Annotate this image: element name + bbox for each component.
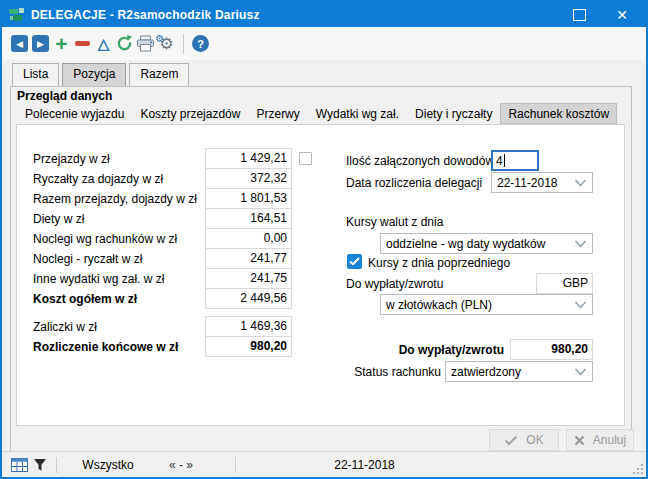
statusbar-date: 22-11-2018 bbox=[302, 458, 427, 472]
help-button[interactable]: ? bbox=[190, 32, 211, 56]
attachments-count-input[interactable]: 4 bbox=[491, 150, 539, 171]
payout-total-field: 980,20 bbox=[510, 339, 593, 360]
cost-value-field: 2 449,56 bbox=[205, 288, 292, 309]
chevron-down-icon bbox=[574, 240, 587, 248]
account-status-label: Status rachunku bbox=[319, 365, 441, 379]
edit-record-button[interactable]: △ bbox=[93, 32, 114, 56]
cost-row: Inne wydatki wg zał. w zł 241,75 bbox=[33, 268, 312, 289]
previous-record-button[interactable]: ◀ bbox=[9, 32, 30, 56]
subtab-polecenie-wyjazdu[interactable]: Polecenie wyjazdu bbox=[17, 103, 132, 124]
checkmark-icon bbox=[349, 257, 360, 266]
toolbar: ◀ ▶ + △ ⚙⚙ ? bbox=[2, 27, 646, 60]
subtab-przerwy[interactable]: Przerwy bbox=[248, 103, 307, 124]
subtab-diety-i-ryczalty[interactable]: Diety i ryczałty bbox=[407, 103, 500, 124]
chevron-down-icon bbox=[574, 301, 587, 309]
payout-label: Do wypłaty/zwrotu bbox=[346, 277, 443, 291]
filter-button[interactable] bbox=[30, 453, 50, 477]
ok-button-label: OK bbox=[526, 433, 543, 447]
status-bar: Wszystko « - » 22-11-2018 bbox=[2, 451, 646, 477]
sub-tabs: Polecenie wyjazdu Koszty przejazdów Prze… bbox=[17, 103, 617, 124]
chevron-down-icon bbox=[574, 368, 587, 376]
next-record-button[interactable]: ▶ bbox=[30, 32, 51, 56]
print-button[interactable] bbox=[135, 32, 156, 56]
account-status-value: zatwierdzony bbox=[451, 365, 521, 379]
settings-button[interactable]: ⚙⚙ bbox=[156, 32, 177, 56]
previous-icon: ◀ bbox=[11, 35, 28, 52]
cost-label: Diety w zł bbox=[33, 212, 205, 226]
delete-record-button[interactable] bbox=[72, 32, 93, 56]
small-gear-icon: ⚙ bbox=[155, 31, 164, 47]
window-title: DELEGACJE - R2samochodzik Dariusz bbox=[31, 8, 573, 22]
tab-lista[interactable]: Lista bbox=[12, 63, 59, 86]
plus-icon: + bbox=[55, 34, 67, 54]
app-window: DELEGACJE - R2samochodzik Dariusz ✕ ◀ ▶ … bbox=[0, 0, 648, 479]
advances-label: Zaliczki w zł bbox=[33, 320, 205, 334]
main-tabs: Lista Pozycja Razem bbox=[12, 63, 189, 86]
panel-title: Przegląd danych bbox=[17, 89, 112, 103]
final-settlement-row: Rozliczenie końcowe w zł 980,20 bbox=[33, 336, 292, 357]
cost-rows: Przejazdy w zł 1 429,21 Ryczałty za doja… bbox=[33, 148, 312, 308]
payout-currency-field: GBP bbox=[536, 273, 593, 294]
text-caret bbox=[504, 154, 505, 167]
cost-row: Noclegi wg rachunków w zł 0,00 bbox=[33, 228, 312, 249]
chevron-down-icon bbox=[574, 179, 587, 187]
settlement-date-label: Data rozliczenia delegacji bbox=[346, 176, 482, 190]
grid-view-button[interactable] bbox=[8, 453, 30, 477]
tab-razem[interactable]: Razem bbox=[129, 63, 189, 86]
cost-row: Noclegi - ryczałt w zł 241,77 bbox=[33, 248, 312, 269]
minus-icon bbox=[75, 41, 90, 46]
cost-label: Ryczałty za dojazdy w zł bbox=[33, 172, 205, 186]
data-review-panel: Przegląd danych Polecenie wyjazdu Koszty… bbox=[10, 86, 632, 452]
cost-row: Diety w zł 164,51 bbox=[33, 208, 312, 229]
cost-label: Koszt ogółem w zł bbox=[33, 292, 205, 306]
toolbar-separator bbox=[183, 34, 184, 54]
x-icon bbox=[574, 435, 585, 446]
cost-value-field: 0,00 bbox=[205, 228, 292, 249]
payout-mode-combo[interactable]: w złotówkach (PLN) bbox=[380, 294, 593, 315]
cancel-button[interactable]: Anuluj bbox=[566, 429, 634, 451]
cost-value-field: 164,51 bbox=[205, 208, 292, 229]
payout-total-label: Do wypłaty/zwrotu bbox=[317, 343, 504, 357]
cancel-button-label: Anuluj bbox=[593, 433, 626, 447]
add-record-button[interactable]: + bbox=[51, 32, 72, 56]
cost-value-field: 1 429,21 bbox=[205, 148, 292, 169]
statusbar-separator bbox=[235, 457, 236, 473]
cost-value-field: 241,77 bbox=[205, 248, 292, 269]
refresh-button[interactable] bbox=[114, 32, 135, 56]
cost-label: Przejazdy w zł bbox=[33, 152, 205, 166]
table-icon bbox=[11, 458, 28, 472]
cost-label: Inne wydatki wg zał. w zł bbox=[33, 272, 205, 286]
resize-grip[interactable] bbox=[633, 464, 643, 474]
printer-icon bbox=[136, 35, 155, 52]
cost-label: Razem przejazdy, dojazdy w zł bbox=[33, 192, 205, 206]
settlement-date-combo[interactable]: 22-11-2018 bbox=[491, 172, 593, 193]
rachunek-kosztow-content: Przejazdy w zł 1 429,21 Ryczałty za doja… bbox=[16, 124, 625, 426]
funnel-icon bbox=[33, 458, 47, 472]
triangle-icon: △ bbox=[98, 35, 110, 53]
close-button[interactable]: ✕ bbox=[616, 8, 628, 22]
currency-rates-value: oddzielne - wg daty wydatków bbox=[386, 237, 545, 251]
przejazdy-checkbox[interactable] bbox=[299, 152, 312, 165]
attachments-count-label: Ilość załączonych dowodów bbox=[346, 154, 494, 168]
title-bar[interactable]: DELEGACJE - R2samochodzik Dariusz ✕ bbox=[2, 2, 646, 27]
previous-day-rates-checkbox[interactable] bbox=[347, 254, 362, 269]
tab-pozycja[interactable]: Pozycja bbox=[62, 63, 126, 86]
record-range: « - » bbox=[169, 458, 193, 472]
ok-button[interactable]: OK bbox=[489, 429, 559, 451]
cost-row: Przejazdy w zł 1 429,21 bbox=[33, 148, 312, 169]
cost-value-field: 1 801,53 bbox=[205, 188, 292, 209]
maximize-button[interactable] bbox=[573, 9, 586, 21]
advances-value-field: 1 469,36 bbox=[205, 316, 292, 337]
gear-icon: ⚙⚙ bbox=[159, 36, 173, 52]
cost-value-field: 372,32 bbox=[205, 168, 292, 189]
account-status-combo[interactable]: zatwierdzony bbox=[445, 361, 593, 382]
cost-row-total: Koszt ogółem w zł 2 449,56 bbox=[33, 288, 312, 309]
currency-rates-combo[interactable]: oddzielne - wg daty wydatków bbox=[380, 233, 593, 254]
subtab-wydatki-wg-zal[interactable]: Wydatki wg zał. bbox=[308, 103, 407, 124]
subtab-koszty-przejazdow[interactable]: Koszty przejazdów bbox=[132, 103, 248, 124]
subtab-rachunek-kosztow[interactable]: Rachunek kosztów bbox=[500, 103, 617, 124]
refresh-icon bbox=[115, 34, 134, 53]
help-icon: ? bbox=[192, 35, 209, 52]
advances-row: Zaliczki w zł 1 469,36 bbox=[33, 316, 292, 337]
cost-row: Ryczałty za dojazdy w zł 372,32 bbox=[33, 168, 312, 189]
